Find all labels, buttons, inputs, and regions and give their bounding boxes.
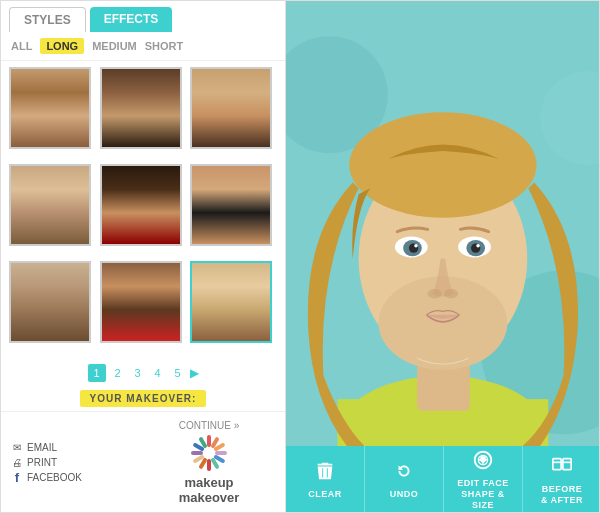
- filter-medium[interactable]: MEDIUM: [92, 40, 137, 52]
- tab-bar: STYLES EFFECTS: [1, 1, 285, 32]
- hairstyle-photo-9[interactable]: [190, 261, 272, 343]
- edit-face-label: EDIT FACE SHAPE & SIZE: [450, 478, 516, 510]
- hairstyle-photo-5[interactable]: [100, 164, 182, 246]
- print-link[interactable]: 🖨 PRINT: [11, 457, 143, 469]
- hairstyle-photo-4[interactable]: [9, 164, 91, 246]
- pagination: 1 2 3 4 5 ▶: [1, 360, 285, 386]
- hairstyle-photo-6[interactable]: [190, 164, 272, 246]
- svg-rect-0: [207, 435, 211, 447]
- tab-styles[interactable]: STYLES: [9, 7, 86, 32]
- hairstyle-photo-3[interactable]: [190, 67, 272, 149]
- svg-point-25: [414, 244, 418, 248]
- makeup-makeover-promo[interactable]: CONTINUE »: [143, 420, 275, 506]
- email-link[interactable]: ✉ EMAIL: [11, 442, 143, 454]
- page-4[interactable]: 4: [150, 365, 166, 381]
- email-icon: ✉: [11, 442, 23, 454]
- svg-rect-3: [215, 451, 227, 455]
- svg-point-31: [444, 289, 458, 298]
- hairstyle-photo-1[interactable]: [9, 67, 91, 149]
- tab-effects[interactable]: EFFECTS: [90, 7, 173, 32]
- hairstyle-photo-2[interactable]: [100, 67, 182, 149]
- undo-icon: [393, 460, 415, 485]
- app-container: STYLES EFFECTS ALL LONG MEDIUM SHORT: [1, 1, 600, 513]
- email-label: EMAIL: [27, 442, 57, 453]
- page-5[interactable]: 5: [170, 365, 186, 381]
- hairstyle-photo-7[interactable]: [9, 261, 91, 343]
- makeup-logo-line2: makeover: [179, 490, 240, 506]
- action-bar: CLEAR UNDO: [286, 446, 600, 513]
- trash-icon: [314, 460, 336, 485]
- undo-label: UNDO: [390, 489, 419, 500]
- print-icon: 🖨: [11, 457, 23, 469]
- facebook-label: FACEBOOK: [27, 472, 82, 483]
- makeover-badge: YOUR MAKEOVER:: [80, 390, 207, 407]
- edit-face-button[interactable]: EDIT FACE SHAPE & SIZE: [444, 446, 523, 513]
- svg-point-29: [476, 244, 480, 248]
- face-icon: [472, 449, 494, 474]
- hairstyle-photo-8[interactable]: [100, 261, 182, 343]
- makeover-label-container: YOUR MAKEOVER:: [1, 386, 285, 411]
- social-links: ✉ EMAIL 🖨 PRINT f FACEBOOK: [11, 442, 143, 484]
- left-panel: STYLES EFFECTS ALL LONG MEDIUM SHORT: [1, 1, 286, 513]
- filter-long[interactable]: LONG: [40, 38, 84, 54]
- right-panel: CLEAR UNDO: [286, 1, 600, 513]
- svg-rect-6: [207, 459, 211, 471]
- photo-display: [286, 1, 600, 446]
- before-after-button[interactable]: BEFORE & AFTER: [523, 446, 600, 513]
- svg-rect-35: [553, 458, 561, 469]
- page-next[interactable]: ▶: [190, 366, 199, 380]
- clear-label: CLEAR: [308, 489, 342, 500]
- svg-rect-36: [563, 458, 571, 469]
- before-after-icon: [551, 455, 573, 480]
- makeup-logo-line1: makeup: [184, 475, 233, 491]
- filter-all[interactable]: ALL: [11, 40, 32, 52]
- filter-row: ALL LONG MEDIUM SHORT: [1, 32, 285, 61]
- page-2[interactable]: 2: [110, 365, 126, 381]
- face-svg: [286, 1, 600, 446]
- undo-button[interactable]: UNDO: [365, 446, 444, 513]
- page-1[interactable]: 1: [88, 364, 106, 382]
- svg-point-21: [349, 112, 536, 217]
- facebook-link[interactable]: f FACEBOOK: [11, 472, 143, 484]
- social-bar: ✉ EMAIL 🖨 PRINT f FACEBOOK CONTINUE »: [1, 411, 285, 513]
- filter-short[interactable]: SHORT: [145, 40, 184, 52]
- photo-grid: [1, 61, 285, 360]
- svg-rect-9: [191, 451, 203, 455]
- continue-text: CONTINUE »: [179, 420, 240, 431]
- svg-point-30: [428, 289, 442, 298]
- facebook-icon: f: [11, 472, 23, 484]
- main-photo: [286, 1, 600, 446]
- lipstick-icons: [189, 433, 229, 473]
- print-label: PRINT: [27, 457, 57, 468]
- before-after-label: BEFORE & AFTER: [541, 484, 583, 506]
- clear-button[interactable]: CLEAR: [286, 446, 365, 513]
- page-3[interactable]: 3: [130, 365, 146, 381]
